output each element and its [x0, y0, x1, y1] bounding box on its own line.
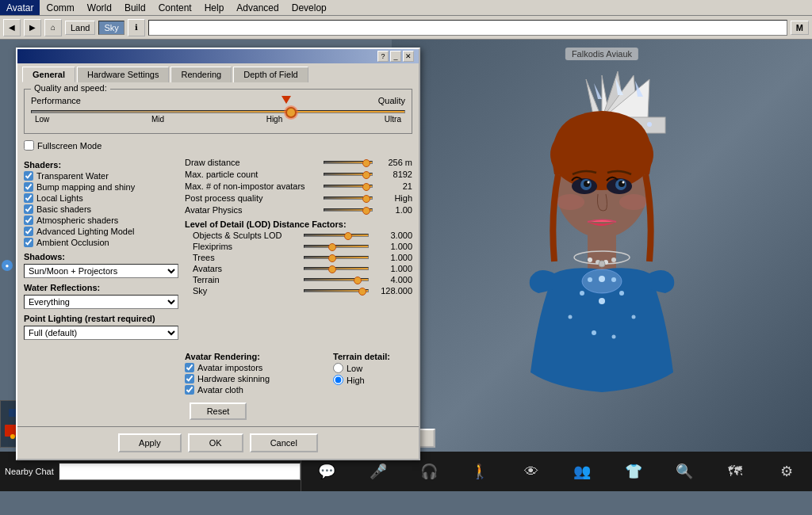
lod-flexi-slider[interactable] [304, 245, 369, 248]
cancel-button[interactable]: Cancel [250, 433, 318, 452]
eye-icon[interactable]: 👁 [517, 457, 546, 486]
menu-advanced[interactable]: Advanced [230, 0, 285, 15]
avatar-physics-thumb[interactable] [362, 207, 370, 215]
water-dropdown-row: NoneMinimalEverything [24, 295, 178, 309]
shirt-icon[interactable]: 👕 [619, 457, 648, 486]
tab-dof[interactable]: Depth of Field [233, 67, 308, 82]
tab-hardware[interactable]: Hardware Settings [77, 67, 170, 82]
search-icon[interactable]: 🔍 [670, 457, 699, 486]
tab-rendering[interactable]: Rendering [170, 67, 232, 82]
help-button[interactable]: ? [377, 51, 389, 62]
lod-terrain: Terrain 4.000 [185, 275, 412, 284]
ok-button[interactable]: OK [188, 433, 243, 452]
perf-label: Performance [31, 96, 81, 105]
lod-avatars-thumb[interactable] [328, 265, 336, 273]
post-process-value: High [373, 193, 412, 203]
terrain-low-radio[interactable] [333, 363, 343, 373]
apply-button[interactable]: Apply [118, 433, 182, 452]
menu-content[interactable]: Content [152, 0, 198, 15]
max-particle-value: 8192 [373, 170, 412, 179]
shader-atmospheric: Atmospheric shaders [24, 216, 178, 225]
terrain-high-radio[interactable] [333, 375, 343, 385]
alm-checkbox[interactable] [24, 227, 33, 236]
local-lights-checkbox[interactable] [24, 193, 33, 203]
fullscreen-row: Fullscreen Mode [24, 140, 412, 151]
svg-point-41 [599, 276, 605, 282]
preferences-dialog: ? _ ✕ General Hardware Settings Renderin… [16, 48, 420, 460]
menu-build[interactable]: Build [118, 0, 152, 15]
sky-button[interactable]: Sky [98, 21, 124, 35]
microphone-icon[interactable]: 🎤 [364, 457, 393, 486]
lod-avatars: Avatars 1.000 [185, 264, 412, 273]
avatar-cloth-checkbox[interactable] [185, 385, 194, 395]
tab-general[interactable]: General [22, 67, 75, 82]
fullscreen-checkbox[interactable] [24, 140, 34, 151]
info-button[interactable]: ℹ [128, 19, 145, 36]
draw-distance-thumb[interactable] [362, 159, 370, 167]
dialog-content: Quality and speed: Performance Quality [17, 82, 419, 426]
hardware-skinning-checkbox[interactable] [185, 374, 194, 383]
menu-develop[interactable]: Develop [285, 0, 333, 15]
back-button[interactable]: ◀ [3, 19, 21, 36]
water-dropdown[interactable]: NoneMinimalEverything [24, 295, 178, 309]
land-button[interactable]: Land [65, 21, 95, 35]
lod-avatars-label: Avatars [185, 264, 304, 273]
svg-point-34 [619, 291, 624, 296]
walk-icon[interactable]: 🚶 [465, 457, 494, 486]
close-button[interactable]: ✕ [403, 51, 414, 62]
max-particle-row: Max. particle count 8192 [185, 170, 412, 179]
atmospheric-checkbox[interactable] [24, 216, 33, 225]
menu-comm[interactable]: Comm [40, 0, 80, 15]
post-process-slider[interactable] [324, 196, 373, 200]
forward-button[interactable]: ▶ [24, 19, 41, 36]
post-process-thumb[interactable] [362, 195, 370, 203]
bump-checkbox[interactable] [24, 182, 33, 192]
toolbar: ◀ ▶ ⌂ Land Sky ℹ M [0, 16, 812, 40]
max-non-impostor-thumb[interactable] [362, 183, 370, 191]
quality-slider-track[interactable] [31, 110, 405, 113]
atmospheric-label: Atmospheric shaders [36, 216, 118, 225]
people-icon[interactable]: 👥 [568, 457, 596, 486]
draw-distance-slider[interactable] [324, 161, 373, 164]
max-particle-slider[interactable] [324, 173, 373, 176]
lod-terrain-thumb[interactable] [354, 277, 362, 284]
lod-trees-slider[interactable] [304, 256, 369, 259]
nearby-chat-input[interactable] [59, 463, 301, 480]
menu-help[interactable]: Help [198, 0, 231, 15]
reset-button[interactable]: Reset [190, 402, 247, 420]
max-non-impostor-slider[interactable] [324, 185, 373, 188]
settings-icon[interactable]: ⚙ [772, 457, 801, 486]
headphones-icon[interactable]: 🎧 [415, 457, 443, 486]
quality-slider-thumb[interactable] [285, 107, 297, 118]
chat-bubble-icon[interactable]: 💬 [312, 457, 341, 486]
avatar-display: Falkodis Aviauk [392, 40, 812, 491]
ao-checkbox[interactable] [24, 238, 33, 247]
svg-point-48 [10, 434, 15, 439]
draw-distance-value: 256 m [373, 158, 412, 167]
lod-objects-thumb[interactable] [344, 232, 352, 240]
avatar-physics-slider[interactable] [324, 208, 373, 212]
shader-transparent-water: Transparent Water [24, 171, 178, 181]
address-bar[interactable] [148, 20, 787, 36]
lod-terrain-slider[interactable] [304, 278, 369, 281]
lod-sky-thumb[interactable] [358, 288, 366, 296]
minimize-button[interactable]: _ [390, 51, 401, 62]
basic-shaders-checkbox[interactable] [24, 204, 33, 214]
transparent-water-checkbox[interactable] [24, 171, 33, 181]
max-particle-thumb[interactable] [362, 171, 370, 179]
avatar-impostors-checkbox[interactable] [185, 363, 194, 372]
lod-trees-thumb[interactable] [328, 254, 336, 262]
point-dropdown[interactable]: DisabledFull (default) [24, 326, 178, 340]
svg-point-37 [592, 330, 596, 335]
m-button[interactable]: M [791, 21, 809, 35]
lod-sky-slider[interactable] [304, 289, 369, 292]
menu-avatar[interactable]: Avatar [0, 0, 40, 15]
shadows-dropdown[interactable]: NoneSun/MoonSun/Moon + Projectors [24, 264, 178, 278]
home-button[interactable]: ⌂ [44, 19, 62, 36]
shader-local-lights: Local Lights [24, 193, 178, 203]
menu-world[interactable]: World [81, 0, 118, 15]
map-icon[interactable]: 🗺 [721, 457, 749, 486]
lod-objects-slider[interactable] [304, 234, 369, 237]
lod-flexi-thumb[interactable] [328, 243, 336, 251]
lod-avatars-slider[interactable] [304, 267, 369, 270]
